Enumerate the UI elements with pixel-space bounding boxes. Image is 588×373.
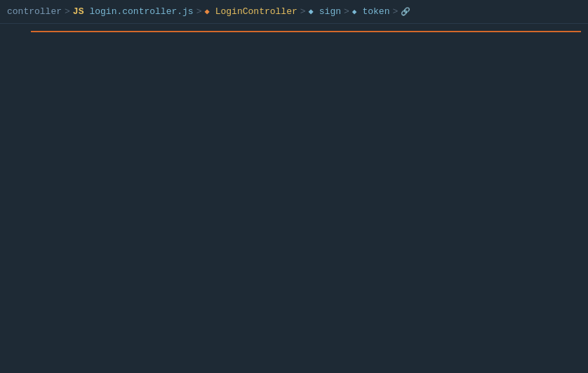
breadcrumb-prop1-icon: ◆	[352, 7, 357, 16]
breadcrumb-method-name: sign	[319, 6, 341, 17]
breadcrumb-js-icon: JS	[73, 6, 84, 17]
highlight-box	[31, 31, 581, 32]
breadcrumb-prop2-icon: 🔗	[401, 7, 410, 16]
breadcrumb-folder: controller	[7, 6, 62, 17]
breadcrumb-prop1-name: token	[362, 6, 389, 17]
breadcrumb-method-icon: ◆	[309, 6, 314, 17]
breadcrumb-class-icon: ◆	[204, 6, 209, 17]
breadcrumb-class-name: LoginController	[215, 6, 298, 17]
code-editor[interactable]	[0, 24, 588, 38]
breadcrumb: controller > JS login.controller.js > ◆ …	[0, 0, 588, 24]
breadcrumb-filename: login.controller.js	[89, 6, 193, 17]
